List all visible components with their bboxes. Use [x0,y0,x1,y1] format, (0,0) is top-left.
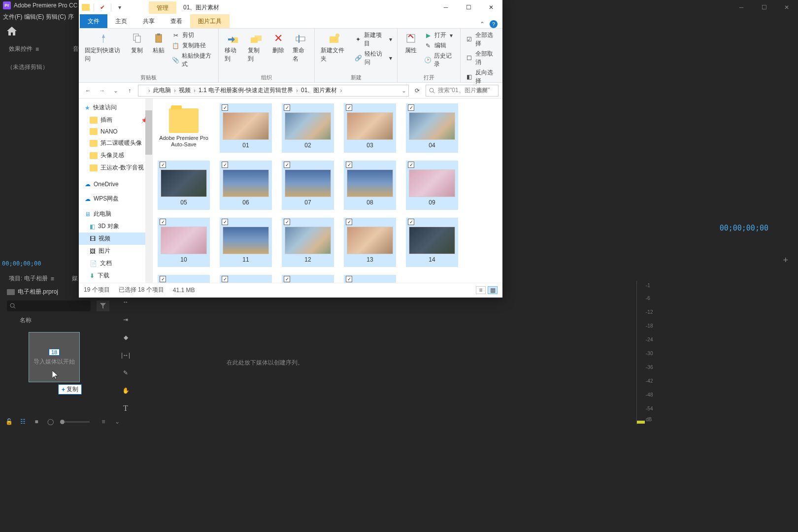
help-icon[interactable]: ? [490,20,498,28]
sidebar-pc-videos[interactable]: 🎞视频 [79,233,152,245]
pr-menu-clip[interactable]: 剪辑(C) [46,13,66,21]
file-item[interactable]: ✓12 [282,218,334,267]
checkbox-icon[interactable]: ✓ [408,104,414,111]
checkbox-icon[interactable]: ✓ [222,276,228,282]
history-button[interactable]: 🕑历史记录 [423,51,456,69]
name-column-header[interactable]: 名称 [20,316,32,325]
pr-minimize-button[interactable]: ─ [730,0,753,15]
checkbox-icon[interactable]: ✓ [284,104,290,111]
project-panel-tab[interactable]: 项目: 电子相册≡ [5,273,58,284]
icon-view-icon[interactable]: ■ [33,418,40,426]
explorer-search-input[interactable]: 搜索"01、图片素材" [426,85,499,97]
pr-menu-file[interactable]: 文件(F) [3,13,22,21]
sidebar-item[interactable]: 头像灵感 [79,149,152,162]
qat-check-button[interactable]: ✔ [98,3,107,12]
sidebar-pc-downloads[interactable]: ⬇下载 [79,269,152,282]
sidebar-this-pc[interactable]: 🖥此电脑 [79,208,152,220]
ripple-edit-tool[interactable]: ◆ [119,331,132,344]
pen-tool[interactable]: ✎ [119,366,132,379]
folder-item[interactable]: Adobe Premiere Pro Auto-Save [158,103,210,153]
checkbox-icon[interactable]: ✓ [160,276,166,282]
track-select-tool[interactable]: ⇥ [119,313,132,326]
file-item[interactable]: ✓14 [406,218,458,267]
paste-button[interactable]: 粘贴 [149,31,168,56]
checkbox-icon[interactable]: ✓ [284,276,290,282]
file-item[interactable]: ✓06 [220,161,272,210]
filter-bin-button[interactable] [97,300,109,311]
explorer-minimize-button[interactable]: ─ [434,0,457,15]
checkbox-icon[interactable]: ✓ [346,162,352,168]
sidebar-pc-documents[interactable]: 📄文档 [79,257,152,269]
checkbox-icon[interactable]: ✓ [346,219,352,225]
project-search-input[interactable] [7,300,91,311]
sidebar-item[interactable]: 第二课暖暖头像 [79,137,152,149]
qat-dropdown[interactable]: ▾ [115,3,124,12]
nav-forward-button[interactable]: → [97,85,107,96]
file-item[interactable]: ✓11 [220,218,272,267]
explorer-maximize-button[interactable]: ☐ [457,0,480,15]
checkbox-icon[interactable]: ✓ [408,162,414,168]
select-none-button[interactable]: ☐全部取消 [465,49,499,67]
type-tool[interactable]: T [119,402,132,415]
freeform-view-icon[interactable]: ◯ [46,418,54,426]
new-folder-button[interactable]: 新建文件夹 [319,31,350,64]
copy-to-button[interactable]: 复制到 [246,31,266,64]
thumbnails-view-button[interactable]: ▦ [488,286,498,294]
tab-view[interactable]: 查看 [163,14,190,28]
delete-button[interactable]: ✕删除 [269,31,288,56]
nav-up-button[interactable]: ↑ [124,85,135,96]
file-item[interactable]: ✓08 [344,161,396,210]
file-item[interactable]: ✓10 [158,218,210,267]
address-breadcrumb[interactable]: › 此电脑› 视频› 1.1 电子相册案例-快速走进剪辑世界› 01、图片素材›… [138,85,409,97]
checkbox-icon[interactable]: ✓ [346,104,352,111]
select-all-button[interactable]: ☑全部选择 [465,31,499,48]
explorer-close-button[interactable]: ✕ [480,0,502,15]
sidebar-pc-music[interactable]: ♪音乐 [79,282,152,283]
checkbox-icon[interactable]: ✓ [284,219,290,225]
sidebar-wps[interactable]: ☁WPS网盘 [79,193,152,205]
checkbox-icon[interactable]: ✓ [284,162,290,168]
ribbon-collapse-icon[interactable]: ⌃ [480,21,485,28]
sidebar-quick-access[interactable]: ★快速访问 [79,101,152,114]
pin-quick-access-button[interactable]: 固定到快速访问 [83,31,125,64]
file-item[interactable]: ✓03 [344,103,396,153]
pr-maximize-button[interactable]: ☐ [753,0,775,15]
checkbox-icon[interactable]: ✓ [160,219,166,225]
sidebar-item[interactable]: NANO [79,126,152,137]
nav-back-button[interactable]: ← [83,85,94,96]
pr-close-button[interactable]: ✕ [775,0,798,15]
properties-button[interactable]: 属性 [401,31,420,56]
pr-menu-edit[interactable]: 编辑(E) [24,13,44,21]
file-item[interactable]: ✓05 [158,161,210,210]
list-view-icon[interactable]: ☷ [19,418,27,426]
sort-icon[interactable]: ≡ [100,418,107,426]
pr-menu-seq[interactable]: 序 [68,13,74,21]
checkbox-icon[interactable]: ✓ [222,162,228,168]
file-item[interactable]: ✓02 [282,103,334,153]
lock-icon[interactable]: 🔓 [5,418,13,426]
copy-path-button[interactable]: 📋复制路径 [171,41,215,50]
project-drop-zone[interactable]: 18 导入媒体以开始 [29,332,80,382]
effect-controls-tab[interactable]: 效果控件≡ [5,43,43,55]
sidebar-pc-3d[interactable]: ◧3D 对象 [79,220,152,233]
sidebar-item[interactable]: 插画📌 [79,114,152,126]
file-item[interactable]: ✓04 [406,103,458,153]
nav-recent-button[interactable]: ⌄ [110,85,121,96]
tab-picture-tools[interactable]: 图片工具 [190,14,230,28]
sidebar-scrollbar[interactable] [145,99,152,283]
tab-home[interactable]: 主页 [107,14,135,28]
cut-button[interactable]: ✂剪切 [171,31,215,40]
rename-button[interactable]: 重命名 [291,31,311,64]
details-view-button[interactable]: ≡ [476,286,486,294]
manage-tool-tab[interactable]: 管理 [149,1,176,14]
easy-access-button[interactable]: 🔗轻松访问▾ [354,49,394,67]
file-item[interactable]: ✓17 [282,275,334,283]
add-marker-button[interactable]: + [783,255,788,266]
sidebar-onedrive[interactable]: ☁OneDrive [79,179,152,190]
checkbox-icon[interactable]: ✓ [160,162,166,168]
sidebar-item[interactable]: 王运欢-数字音视 [79,162,152,174]
slip-tool[interactable]: |↔| [119,349,132,362]
file-item[interactable]: ✓07 [282,161,334,210]
copy-button[interactable]: 复制 [128,31,146,56]
open-button[interactable]: ▶打开▾ [423,31,456,40]
